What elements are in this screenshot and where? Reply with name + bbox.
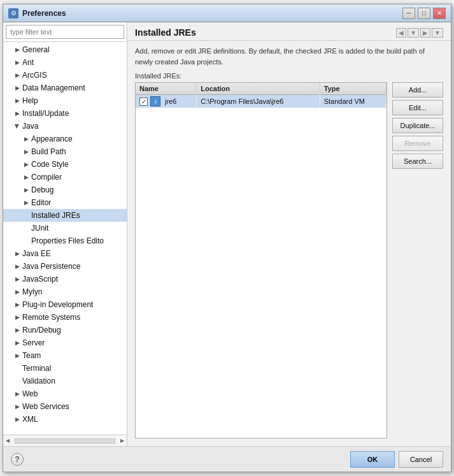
tree-item-installed-jres[interactable]: ▶Installed JREs bbox=[3, 209, 127, 222]
bottom-bar: ? OK Cancel bbox=[3, 446, 451, 472]
jre-table-container: Name Location Type ✓Jjre6C:\Program File… bbox=[135, 82, 387, 438]
ok-button[interactable]: OK bbox=[350, 451, 395, 468]
filter-box bbox=[3, 22, 127, 42]
tree-label-remote-systems: Remote Systems bbox=[22, 313, 80, 322]
tree-item-java-persistence[interactable]: ▶Java Persistence bbox=[3, 260, 127, 273]
remove-button[interactable]: Remove bbox=[392, 136, 443, 151]
tree-item-javascript[interactable]: ▶JavaScript bbox=[3, 273, 127, 285]
installed-label: Installed JREs: bbox=[135, 72, 443, 80]
close-button[interactable]: ✕ bbox=[433, 8, 446, 19]
sidebar: ▶General▶Ant▶ArcGIS▶Data Management▶Help… bbox=[3, 22, 127, 446]
duplicate-button[interactable]: Duplicate... bbox=[392, 118, 443, 133]
sidebar-scrollbar: ◀ ▶ bbox=[3, 435, 127, 446]
tree-item-web-services[interactable]: ▶Web Services bbox=[3, 400, 127, 413]
jre-table: Name Location Type ✓Jjre6C:\Program File… bbox=[136, 83, 387, 108]
tree-item-validation[interactable]: ▶Validation bbox=[3, 375, 127, 387]
tree-arrow-javascript: ▶ bbox=[13, 275, 21, 283]
tree-item-run-debug[interactable]: ▶Run/Debug bbox=[3, 324, 127, 336]
jre-checkbox[interactable]: ✓ bbox=[139, 97, 148, 106]
tree-label-java: Java bbox=[22, 122, 38, 131]
preferences-window: ⚙ Preferences ─ □ ✕ ▶General▶Ant▶ArcGIS▶… bbox=[3, 4, 451, 472]
tree-arrow-plugin-development: ▶ bbox=[13, 301, 21, 308]
help-button[interactable]: ? bbox=[11, 453, 24, 466]
tree-item-build-path[interactable]: ▶Build Path bbox=[3, 145, 127, 158]
tree-item-arcgis[interactable]: ▶ArcGIS bbox=[3, 69, 127, 82]
tree-label-validation: Validation bbox=[22, 377, 55, 386]
bottom-buttons: OK Cancel bbox=[350, 451, 443, 468]
forward-button[interactable]: ▶ bbox=[420, 28, 430, 38]
tree-label-java-ee: Java EE bbox=[22, 249, 51, 258]
tree-item-code-style[interactable]: ▶Code Style bbox=[3, 158, 127, 171]
tree-label-java-persistence: Java Persistence bbox=[22, 262, 80, 271]
maximize-button[interactable]: □ bbox=[418, 8, 430, 19]
panel-body: Installed JREs: Name Location Type bbox=[127, 72, 451, 446]
forward-dropdown-button[interactable]: ▼ bbox=[432, 28, 443, 38]
tree-label-appearance: Appearance bbox=[31, 134, 73, 143]
tree-item-ant[interactable]: ▶Ant bbox=[3, 56, 127, 69]
search-button[interactable]: Search... bbox=[392, 154, 443, 169]
tree-item-server[interactable]: ▶Server bbox=[3, 336, 127, 349]
tree-item-general[interactable]: ▶General bbox=[3, 43, 127, 56]
tree-item-help[interactable]: ▶Help bbox=[3, 94, 127, 107]
col-name: Name bbox=[136, 83, 197, 95]
tree-item-xml[interactable]: ▶XML bbox=[3, 413, 127, 426]
col-location: Location bbox=[197, 83, 320, 95]
tree-arrow-java: ▶ bbox=[13, 122, 21, 130]
add-button[interactable]: Add... bbox=[392, 82, 443, 97]
tree-label-install-update: Install/Update bbox=[22, 109, 69, 118]
tree-label-arcgis: ArcGIS bbox=[22, 71, 47, 80]
tree-label-build-path: Build Path bbox=[31, 147, 66, 156]
tree-arrow-debug: ▶ bbox=[22, 186, 30, 194]
filter-input[interactable] bbox=[6, 25, 124, 39]
minimize-button[interactable]: ─ bbox=[402, 8, 415, 19]
scroll-track[interactable] bbox=[15, 438, 115, 444]
tree-arrow-web: ▶ bbox=[13, 390, 21, 398]
tree-arrow-data-management: ▶ bbox=[13, 84, 21, 92]
nav-arrows: ◀ ▼ ▶ ▼ bbox=[396, 28, 443, 38]
panel-header: Installed JREs ◀ ▼ ▶ ▼ bbox=[127, 22, 451, 41]
tree-item-remote-systems[interactable]: ▶Remote Systems bbox=[3, 311, 127, 324]
tree-item-java[interactable]: ▶Java bbox=[3, 120, 127, 133]
tree-arrow-java-persistence: ▶ bbox=[13, 263, 21, 270]
edit-button[interactable]: Edit... bbox=[392, 100, 443, 115]
tree-item-team[interactable]: ▶Team bbox=[3, 349, 127, 362]
tree-item-java-ee[interactable]: ▶Java EE bbox=[3, 247, 127, 260]
tree-label-ant: Ant bbox=[22, 58, 34, 67]
tree-label-code-style: Code Style bbox=[31, 160, 69, 169]
tree-item-install-update[interactable]: ▶Install/Update bbox=[3, 107, 127, 120]
tree-arrow-help: ▶ bbox=[13, 97, 21, 105]
tree-item-appearance[interactable]: ▶Appearance bbox=[3, 133, 127, 145]
tree-label-installed-jres: Installed JREs bbox=[31, 211, 80, 220]
tree-label-javascript: JavaScript bbox=[22, 275, 58, 284]
tree-label-data-management: Data Management bbox=[22, 83, 85, 92]
back-button[interactable]: ◀ bbox=[396, 28, 406, 38]
tree-arrow-web-services: ▶ bbox=[13, 403, 21, 410]
table-row[interactable]: ✓Jjre6C:\Program Files\Java\jre6Standard… bbox=[136, 95, 387, 108]
tree-item-debug[interactable]: ▶Debug bbox=[3, 184, 127, 196]
title-buttons: ─ □ ✕ bbox=[402, 8, 446, 19]
jre-type-cell: Standard VM bbox=[320, 95, 386, 108]
tree-item-compiler[interactable]: ▶Compiler bbox=[3, 171, 127, 184]
tree-item-junit[interactable]: ▶JUnit bbox=[3, 222, 127, 234]
table-actions-row: Name Location Type ✓Jjre6C:\Program File… bbox=[135, 82, 443, 438]
cancel-button[interactable]: Cancel bbox=[399, 451, 443, 468]
tree-item-data-management[interactable]: ▶Data Management bbox=[3, 82, 127, 94]
tree-arrow-ant: ▶ bbox=[13, 59, 21, 66]
scroll-left-button[interactable]: ◀ bbox=[3, 438, 12, 444]
tree: ▶General▶Ant▶ArcGIS▶Data Management▶Help… bbox=[3, 42, 127, 435]
tree-label-run-debug: Run/Debug bbox=[22, 326, 61, 335]
tree-item-mylyn[interactable]: ▶Mylyn bbox=[3, 285, 127, 298]
tree-item-terminal[interactable]: ▶Terminal bbox=[3, 362, 127, 375]
tree-item-editor[interactable]: ▶Editor bbox=[3, 196, 127, 209]
tree-item-properties-files-editor[interactable]: ▶Properties Files Edito bbox=[3, 234, 127, 247]
tree-item-plugin-development[interactable]: ▶Plug-in Development bbox=[3, 298, 127, 311]
tree-item-web[interactable]: ▶Web bbox=[3, 387, 127, 400]
panel-title: Installed JREs bbox=[135, 27, 196, 38]
title-bar: ⚙ Preferences ─ □ ✕ bbox=[3, 4, 451, 22]
table-header-row: Name Location Type bbox=[136, 83, 387, 95]
dropdown-button[interactable]: ▼ bbox=[408, 28, 419, 38]
tree-label-xml: XML bbox=[22, 415, 38, 424]
scroll-right-button[interactable]: ▶ bbox=[118, 438, 127, 444]
right-panel: Installed JREs ◀ ▼ ▶ ▼ Add, remove or ed… bbox=[127, 22, 451, 446]
tree-label-team: Team bbox=[22, 351, 41, 360]
